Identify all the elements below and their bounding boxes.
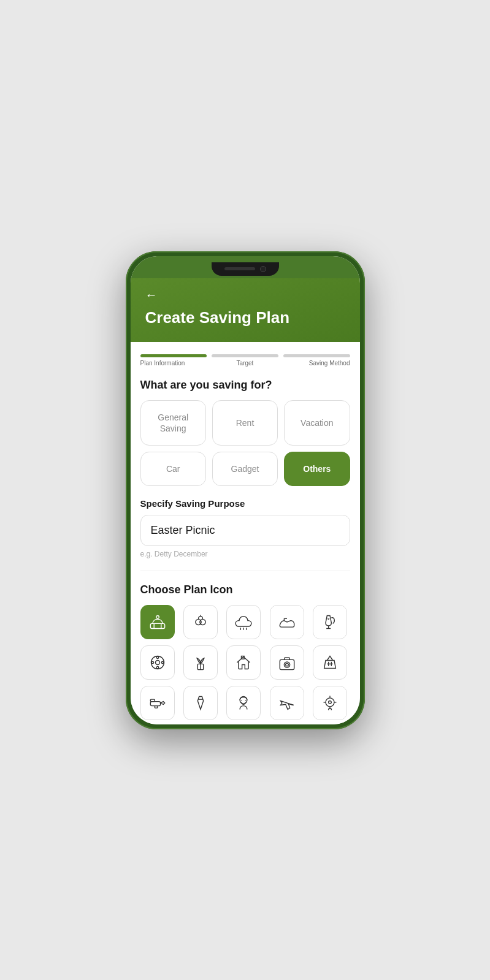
icon-cloud-rain[interactable]: [226, 605, 261, 639]
category-gadget[interactable]: Gadget: [212, 452, 278, 486]
input-hint: e.g. Detty December: [140, 550, 350, 558]
header: ← Create Saving Plan: [131, 278, 360, 342]
back-button[interactable]: ←: [145, 288, 345, 302]
category-vacation[interactable]: Vacation: [284, 400, 350, 446]
category-car[interactable]: Car: [140, 452, 206, 486]
icon-gun[interactable]: [140, 686, 175, 720]
icon-plane[interactable]: [270, 686, 304, 720]
icon-rings[interactable]: [183, 605, 218, 639]
progress-label-2: Target: [210, 360, 280, 367]
icon-basket[interactable]: [313, 645, 347, 680]
svg-rect-29: [150, 702, 160, 706]
progress-label-1: Plan Information: [140, 360, 210, 367]
svg-point-19: [161, 662, 164, 664]
progress-label-3: Saving Method: [280, 360, 350, 367]
svg-point-35: [326, 698, 334, 707]
svg-point-15: [155, 661, 159, 665]
speaker: [224, 267, 255, 270]
saving-question: What are you saving for?: [140, 379, 350, 392]
progress-step-2: [212, 354, 278, 357]
icon-sneaker[interactable]: [270, 605, 304, 639]
category-grid: General Saving Rent Vacation Car Gadget …: [140, 400, 350, 487]
phone-frame: ← Create Saving Plan Plan Information Ta…: [126, 251, 365, 729]
content-area: Plan Information Target Saving Method Wh…: [131, 342, 360, 724]
svg-rect-0: [150, 624, 164, 629]
svg-point-36: [329, 701, 332, 704]
svg-point-25: [285, 663, 288, 666]
phone-screen: ← Create Saving Plan Plan Information Ta…: [131, 256, 360, 724]
icon-reel[interactable]: [140, 645, 175, 680]
icon-grid: [140, 605, 350, 720]
saving-purpose-input[interactable]: [140, 515, 350, 546]
category-rent[interactable]: Rent: [212, 400, 278, 446]
svg-point-14: [151, 656, 164, 669]
icon-house[interactable]: [226, 645, 261, 680]
svg-point-17: [156, 667, 159, 669]
progress-bars: [140, 354, 350, 357]
progress-step-3: [283, 354, 350, 357]
icon-section-title: Choose Plan Icon: [140, 583, 350, 596]
icon-plant[interactable]: [183, 645, 218, 680]
svg-point-24: [284, 662, 289, 667]
divider: [140, 571, 350, 571]
icon-tie[interactable]: [183, 686, 218, 720]
icon-ferris-wheel[interactable]: [313, 686, 347, 720]
svg-rect-31: [150, 699, 155, 702]
icon-drinks[interactable]: [313, 605, 347, 639]
svg-point-16: [156, 656, 159, 659]
svg-rect-30: [155, 706, 158, 708]
progress-labels: Plan Information Target Saving Method: [140, 360, 350, 367]
notch-area: [131, 256, 360, 278]
icon-picnic[interactable]: [140, 605, 175, 639]
specify-label: Specify Saving Purpose: [140, 498, 350, 509]
svg-rect-23: [280, 660, 294, 670]
category-general-saving[interactable]: General Saving: [140, 400, 206, 446]
icon-baby[interactable]: [226, 686, 261, 720]
page-title: Create Saving Plan: [145, 308, 345, 327]
icon-camera[interactable]: [270, 645, 304, 680]
svg-point-18: [151, 662, 154, 664]
category-others[interactable]: Others: [284, 452, 350, 486]
svg-point-3: [156, 616, 159, 619]
camera: [260, 266, 266, 272]
progress-step-1: [140, 354, 207, 357]
notch: [212, 262, 279, 276]
svg-point-6: [200, 620, 205, 625]
